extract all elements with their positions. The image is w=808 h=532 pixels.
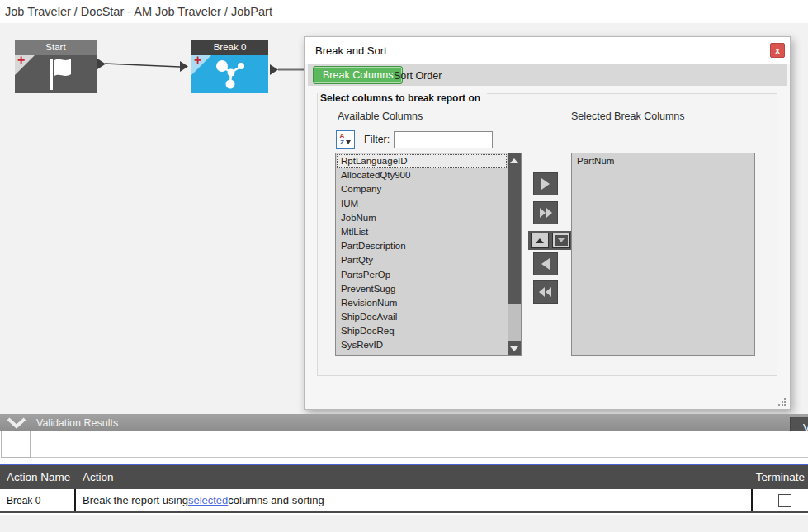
break-network-icon (211, 58, 249, 91)
break-and-sort-dialog: Break and Sort x Break Columns Sort Orde… (304, 36, 791, 410)
arrow-right-icon (541, 178, 550, 190)
list-item[interactable]: PartDescription (337, 239, 507, 253)
scrollbar-thumb[interactable] (508, 167, 521, 304)
move-left-button[interactable] (533, 252, 558, 275)
move-right-button[interactable] (533, 172, 558, 195)
column-header-action-name[interactable]: Action Name (0, 471, 76, 483)
list-item[interactable]: RptLanguageID (337, 154, 507, 168)
action-text-post: columns and sorting (228, 494, 324, 506)
action-cell: Break the report using selected columns … (76, 489, 753, 511)
list-item[interactable]: SysRevID (337, 338, 507, 352)
app-window: Job Traveler / DocStar - AM Job Traveler… (0, 0, 808, 532)
action-text-pre: Break the report using (83, 494, 188, 506)
list-item[interactable]: Company (337, 182, 507, 196)
node-start-body[interactable]: + (15, 55, 97, 93)
add-connection-icon[interactable]: + (194, 54, 201, 67)
node-start[interactable]: Start + (15, 40, 97, 93)
arrow-up-icon (536, 238, 544, 243)
scroll-up-button[interactable] (508, 153, 521, 167)
close-button[interactable]: x (770, 43, 785, 58)
double-arrow-right-icon (546, 208, 552, 218)
scroll-down-button[interactable] (508, 341, 521, 355)
validation-results-bar[interactable]: Validation Results (0, 414, 808, 431)
validation-results-label: Validation Results (36, 417, 118, 429)
node-break-title: Break 0 (191, 40, 268, 55)
move-all-left-button[interactable] (533, 280, 558, 304)
terminate-cell (753, 489, 808, 511)
group-label: Select columns to break report on (318, 92, 487, 106)
arrow-up-icon (510, 158, 518, 163)
filter-label: Filter: (364, 134, 390, 145)
validation-results-panel (0, 431, 808, 464)
filter-input[interactable] (394, 131, 493, 148)
list-item[interactable]: IUM (337, 197, 507, 211)
tab-strip: Break Columns Sort Order (308, 64, 787, 86)
sort-az-button[interactable]: A Z (336, 130, 355, 149)
list-item[interactable]: AllocatedQty900 (337, 168, 507, 182)
divider (31, 457, 808, 458)
tab-break-columns[interactable]: Break Columns (313, 66, 403, 84)
arrow-down-icon (510, 346, 518, 351)
node-break-body[interactable]: + (191, 55, 268, 93)
chevron-down-icon (7, 417, 26, 429)
move-all-right-button[interactable] (533, 201, 558, 224)
selected-break-columns-list[interactable]: PartNum (571, 153, 755, 356)
move-up-button[interactable] (531, 233, 549, 248)
double-arrow-left-icon (546, 287, 551, 297)
table-row[interactable]: Break 0 Break the report using selected … (0, 489, 808, 513)
list-item[interactable]: PartsPerOp (337, 268, 507, 282)
filter-row: A Z Filter: (336, 129, 493, 149)
available-columns-label: Available Columns (338, 111, 423, 122)
dialog-title: Break and Sort (315, 45, 387, 57)
list-item[interactable]: JobNum (337, 211, 507, 225)
list-item[interactable]: ShipDocReq (337, 324, 507, 338)
node-break-0[interactable]: Break 0 + (191, 40, 268, 93)
list-item[interactable]: RevisionNum (337, 296, 507, 310)
sort-az-icon: A Z (340, 133, 345, 146)
column-header-action[interactable]: Action (76, 471, 751, 483)
list-item[interactable]: PreventSugg (337, 282, 507, 296)
dialog-title-bar[interactable]: Break and Sort x (305, 37, 790, 64)
validation-panel-notch[interactable] (1, 431, 31, 458)
list-item[interactable]: ShipDocAvail (337, 310, 507, 324)
arrow-down-icon (555, 235, 568, 246)
add-connection-icon[interactable]: + (17, 54, 25, 67)
resize-grip[interactable] (777, 398, 786, 407)
available-columns-list[interactable]: RptLanguageIDAllocatedQty900CompanyIUMJo… (335, 153, 522, 356)
list-item[interactable]: PartNum (573, 154, 754, 168)
move-down-button[interactable] (552, 233, 570, 248)
terminate-checkbox[interactable] (778, 494, 791, 507)
node-start-title: Start (15, 40, 97, 55)
breadcrumb: Job Traveler / DocStar - AM Job Traveler… (0, 0, 808, 23)
arrow-left-icon (541, 258, 550, 270)
selected-break-columns-label: Selected Break Columns (571, 111, 685, 122)
action-name-cell: Break 0 (0, 489, 76, 511)
dialog-content: Select columns to break report on Availa… (305, 86, 790, 409)
actions-table: Action Name Action Terminate Break 0 Bre… (0, 464, 808, 513)
selected-items: PartNum (573, 154, 754, 168)
double-arrow-right-icon (540, 208, 546, 218)
bottom-strip (0, 515, 808, 532)
tab-sort-order[interactable]: Sort Order (394, 68, 442, 84)
table-header-row: Action Name Action Terminate (0, 465, 808, 489)
flag-icon (35, 57, 78, 92)
break-columns-group: Select columns to break report on Availa… (317, 93, 777, 376)
sort-down-arrow-icon (346, 140, 351, 144)
sort-z-letter: Z (340, 139, 345, 146)
double-arrow-left-icon (539, 287, 545, 297)
list-item[interactable]: MtlList (337, 225, 507, 239)
scrollbar[interactable] (508, 153, 521, 355)
column-header-terminate[interactable]: Terminate (751, 471, 808, 483)
reorder-button-strip (528, 231, 573, 250)
list-item[interactable]: PartQty (337, 253, 507, 267)
available-items: RptLanguageIDAllocatedQty900CompanyIUMJo… (337, 154, 507, 353)
selected-link[interactable]: selected (188, 494, 228, 506)
